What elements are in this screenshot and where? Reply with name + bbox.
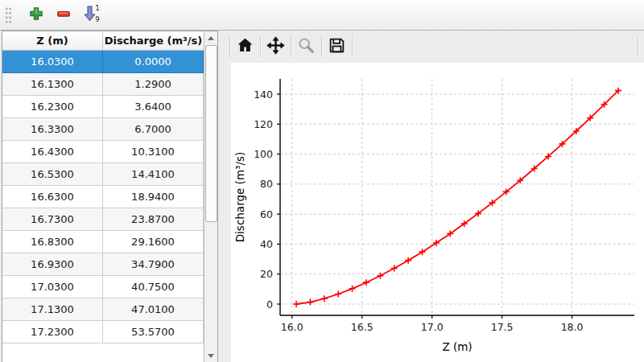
cell-z[interactable]: 16.7300 — [2, 208, 103, 231]
cell-discharge[interactable]: 29.1600 — [103, 231, 204, 253]
rating-table-panel: Z (m) Discharge (m³/s) 16.03000.000016.1… — [2, 31, 218, 362]
pan-move-icon — [266, 36, 285, 57]
toolbar-separator — [260, 36, 261, 57]
x-tick-label: 18.0 — [561, 321, 584, 333]
cell-z[interactable]: 16.8300 — [2, 231, 103, 253]
rating-table: Z (m) Discharge (m³/s) 16.03000.000016.1… — [2, 31, 204, 362]
scrollbar-thumb[interactable] — [205, 45, 217, 222]
cell-discharge[interactable]: 3.6400 — [103, 96, 204, 118]
y-tick-label: 20 — [260, 268, 273, 280]
y-tick-label: 0 — [266, 298, 273, 311]
magnifier-icon — [297, 36, 316, 57]
table-row[interactable]: 16.630018.9400 — [2, 186, 204, 208]
cell-z[interactable]: 16.0300 — [2, 51, 103, 73]
home-button[interactable] — [232, 35, 258, 59]
x-axis-label: Z (m) — [442, 340, 472, 353]
table-row[interactable]: 17.030040.7500 — [2, 276, 204, 298]
table-row[interactable]: 17.130047.0100 — [2, 298, 204, 321]
cell-z[interactable]: 16.3300 — [2, 118, 103, 141]
column-header-discharge[interactable]: Discharge (m³/s) — [103, 31, 204, 50]
x-tick-label: 17.5 — [491, 321, 514, 333]
sort-ascending-icon: 1 9 — [81, 4, 101, 26]
table-header-row: Z (m) Discharge (m³/s) — [2, 31, 204, 51]
x-tick-label: 17.0 — [421, 321, 444, 333]
table-body: 16.03000.000016.13001.290016.23003.64001… — [2, 51, 204, 343]
cell-z[interactable]: 17.0300 — [2, 276, 103, 298]
column-header-z[interactable]: Z (m) — [2, 31, 103, 50]
cell-discharge[interactable]: 40.7500 — [103, 276, 204, 298]
svg-text:9: 9 — [96, 16, 100, 23]
up-arrow-icon — [208, 36, 214, 40]
table-row[interactable]: 16.730023.8700 — [2, 208, 204, 231]
cell-discharge[interactable]: 18.9400 — [103, 186, 204, 208]
cell-z[interactable]: 17.1300 — [2, 298, 103, 321]
cell-discharge[interactable]: 0.0000 — [103, 51, 204, 73]
table-row[interactable]: 16.930034.7900 — [2, 253, 204, 276]
discharge-rating-chart[interactable]: 16.016.517.017.518.0020406080100120140Z … — [231, 63, 644, 362]
table-row[interactable]: 16.430010.3100 — [2, 141, 204, 163]
cell-discharge[interactable]: 23.8700 — [103, 208, 204, 231]
cell-discharge[interactable]: 10.3100 — [103, 141, 204, 163]
cell-discharge[interactable]: 6.7000 — [103, 118, 204, 141]
y-tick-label: 120 — [254, 118, 273, 130]
toolbar-separator — [321, 36, 322, 57]
cell-z[interactable]: 16.1300 — [2, 73, 103, 96]
scrollbar-down-button[interactable] — [204, 349, 217, 362]
y-tick-label: 40 — [260, 238, 273, 250]
pan-button[interactable] — [262, 35, 289, 59]
toolbar-separator — [229, 36, 230, 57]
cell-z[interactable]: 16.5300 — [2, 163, 103, 186]
table-row[interactable]: 16.530014.4100 — [2, 163, 204, 186]
cell-z[interactable]: 16.6300 — [2, 186, 103, 208]
chart-navigation-toolbar — [228, 32, 354, 61]
table-scrollbar[interactable] — [204, 31, 217, 362]
cell-discharge[interactable]: 1.2900 — [103, 73, 204, 96]
svg-text:1: 1 — [96, 5, 100, 12]
y-tick-label: 60 — [260, 208, 273, 220]
data-series-line — [296, 91, 618, 304]
down-arrow-icon — [208, 354, 214, 358]
table-row[interactable]: 16.03000.0000 — [2, 51, 204, 73]
toolbar-separator — [291, 36, 291, 57]
x-tick-label: 16.5 — [351, 321, 374, 333]
table-row[interactable]: 17.230053.5700 — [2, 321, 204, 343]
remove-row-button[interactable] — [53, 5, 74, 26]
plus-icon — [27, 5, 45, 25]
y-tick-label: 80 — [260, 178, 273, 190]
table-row[interactable]: 16.13001.2900 — [2, 73, 204, 96]
cell-z[interactable]: 16.4300 — [2, 141, 103, 163]
cell-z[interactable]: 17.2300 — [2, 321, 103, 343]
x-tick-label: 16.0 — [281, 321, 303, 333]
cell-discharge[interactable]: 34.7900 — [103, 253, 204, 276]
cell-discharge[interactable]: 47.0100 — [103, 298, 204, 321]
cell-z[interactable]: 16.2300 — [2, 96, 103, 118]
y-axis-label: Discharge (m³/s) — [233, 152, 246, 243]
cell-discharge[interactable]: 53.5700 — [103, 321, 204, 343]
main-toolbar: 1 9 — [0, 0, 644, 31]
y-tick-label: 100 — [254, 148, 273, 160]
y-tick-label: 140 — [254, 88, 273, 101]
zoom-button[interactable] — [293, 35, 320, 59]
toolbar-grip-handle[interactable] — [4, 6, 11, 25]
add-row-button[interactable] — [26, 5, 47, 26]
save-floppy-icon — [328, 36, 346, 57]
cell-discharge[interactable]: 14.4100 — [103, 163, 204, 186]
toolbar-separator — [638, 37, 638, 56]
table-row[interactable]: 16.33006.7000 — [2, 118, 204, 141]
table-row[interactable]: 16.23003.6400 — [2, 96, 204, 118]
chart-plot-area: 16.016.517.017.518.0020406080100120140Z … — [231, 63, 644, 362]
save-button[interactable] — [324, 35, 350, 59]
table-row[interactable]: 16.830029.1600 — [2, 231, 204, 253]
home-icon — [236, 36, 254, 57]
toolbar-separator — [352, 36, 353, 57]
cell-z[interactable]: 16.9300 — [2, 253, 103, 276]
minus-icon — [55, 5, 72, 25]
sort-ascending-button[interactable]: 1 9 — [80, 5, 101, 26]
scrollbar-up-button[interactable] — [204, 31, 217, 44]
